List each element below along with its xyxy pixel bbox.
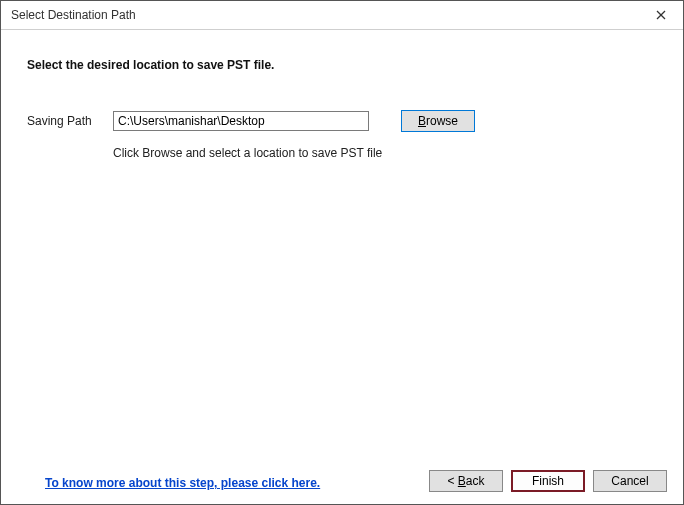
browse-button[interactable]: Browse	[401, 110, 475, 132]
dialog-window: Select Destination Path Select the desir…	[0, 0, 684, 505]
path-row: Saving Path Browse	[27, 110, 659, 132]
back-rest: ack	[466, 474, 485, 488]
back-prefix: <	[447, 474, 457, 488]
browse-rest: rowse	[426, 114, 458, 128]
finish-button[interactable]: Finish	[511, 470, 585, 492]
titlebar: Select Destination Path	[1, 1, 683, 30]
browse-mnemonic: B	[418, 114, 426, 128]
close-button[interactable]	[639, 1, 683, 29]
back-mnemonic: B	[458, 474, 466, 488]
cancel-button[interactable]: Cancel	[593, 470, 667, 492]
close-icon	[656, 10, 666, 20]
help-link[interactable]: To know more about this step, please cli…	[45, 476, 320, 490]
back-button[interactable]: < Back	[429, 470, 503, 492]
dialog-content: Select the desired location to save PST …	[1, 30, 683, 504]
saving-path-input[interactable]	[113, 111, 369, 131]
hint-text: Click Browse and select a location to sa…	[113, 146, 659, 160]
saving-path-label: Saving Path	[27, 114, 113, 128]
instruction-heading: Select the desired location to save PST …	[27, 58, 659, 72]
footer-buttons: < Back Finish Cancel	[429, 470, 667, 492]
window-title: Select Destination Path	[11, 8, 136, 22]
